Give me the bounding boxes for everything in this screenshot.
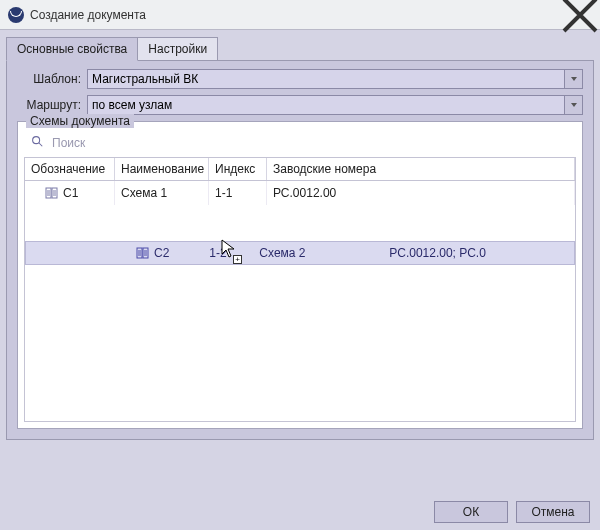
- cancel-button[interactable]: Отмена: [516, 501, 590, 523]
- group-legend: Схемы документа: [26, 114, 134, 128]
- tab-settings[interactable]: Настройки: [138, 37, 218, 61]
- drag-index: 1-2: [209, 246, 259, 260]
- route-label: Маршрут:: [17, 98, 81, 112]
- svg-point-0: [33, 137, 40, 144]
- scheme-icon: [45, 186, 59, 200]
- cell-name: Схема 1: [115, 181, 209, 205]
- template-combo[interactable]: Магистральный ВК: [87, 69, 583, 89]
- col-header-name[interactable]: Наименование: [115, 158, 209, 180]
- group-schemes: Схемы документа Обозначение Наименование…: [17, 121, 583, 429]
- close-button[interactable]: [560, 0, 600, 30]
- window-title: Создание документа: [30, 8, 560, 22]
- tab-main-properties[interactable]: Основные свойства: [6, 37, 138, 61]
- dialog-footer: ОК Отмена: [0, 494, 600, 530]
- cell-factory: РС.0012.00: [267, 181, 575, 205]
- svg-line-1: [39, 143, 43, 147]
- scheme-icon: [136, 246, 150, 260]
- route-combo[interactable]: по всем узлам: [87, 95, 583, 115]
- titlebar: Создание документа: [0, 0, 600, 30]
- col-header-designation[interactable]: Обозначение: [25, 158, 115, 180]
- col-header-index[interactable]: Индекс: [209, 158, 267, 180]
- drag-row[interactable]: С2 1-2 Схема 2 РС.0012.00; РС.0: [25, 241, 575, 265]
- route-dropdown-button[interactable]: [564, 96, 582, 114]
- tab-panel-main: Шаблон: Магистральный ВК Маршрут: по все…: [6, 60, 594, 440]
- tabstrip: Основные свойства Настройки: [0, 30, 600, 60]
- row-template: Шаблон: Магистральный ВК: [17, 69, 583, 89]
- template-value: Магистральный ВК: [88, 70, 564, 88]
- template-dropdown-button[interactable]: [564, 70, 582, 88]
- cell-designation: С1: [63, 186, 78, 200]
- drag-name: Схема 2: [259, 246, 389, 260]
- search-bar: [24, 130, 576, 157]
- app-icon: [8, 7, 24, 23]
- search-input[interactable]: [50, 135, 570, 151]
- drag-factory: РС.0012.00; РС.0: [389, 246, 485, 260]
- drag-designation: С2: [154, 246, 169, 260]
- row-route: Маршрут: по всем узлам: [17, 95, 583, 115]
- table-header: Обозначение Наименование Индекс Заводски…: [25, 158, 575, 181]
- col-header-factory[interactable]: Заводские номера: [267, 158, 575, 180]
- table-row[interactable]: С1 Схема 1 1-1 РС.0012.00: [25, 181, 575, 205]
- schemes-table: Обозначение Наименование Индекс Заводски…: [24, 157, 576, 422]
- cell-index: 1-1: [209, 181, 267, 205]
- route-value: по всем узлам: [88, 96, 564, 114]
- table-body: С1 Схема 1 1-1 РС.0012.00: [25, 181, 575, 421]
- ok-button[interactable]: ОК: [434, 501, 508, 523]
- search-icon: [30, 134, 44, 151]
- template-label: Шаблон:: [17, 72, 81, 86]
